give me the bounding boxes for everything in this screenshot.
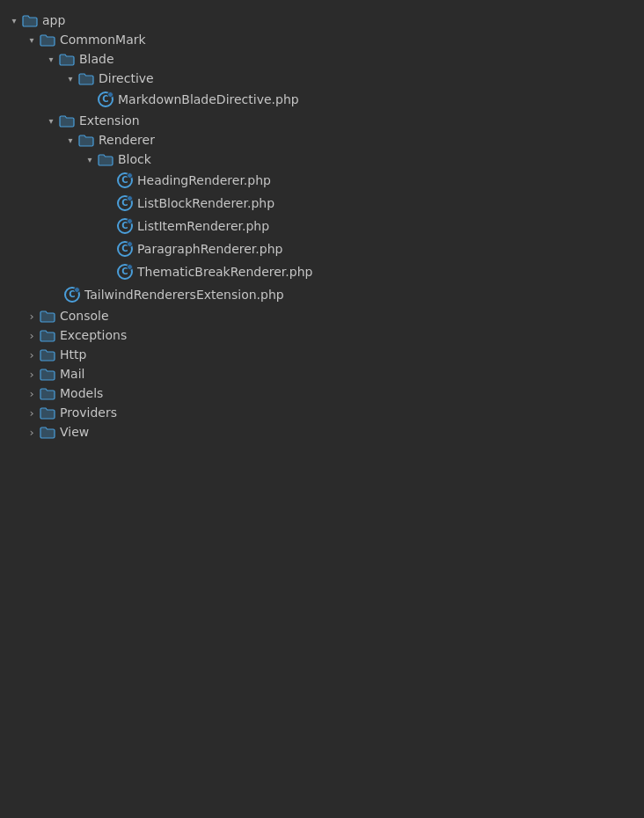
tree-item-models[interactable]: Models [0,383,644,403]
exceptions-label: Exceptions [60,328,127,342]
chevron-view [25,425,39,439]
chevron-blade [44,52,58,66]
listblockrenderer-label: ListBlockRenderer.php [137,196,274,210]
folder-icon-providers [39,405,56,420]
folder-icon-exceptions [39,328,56,342]
tree-item-view[interactable]: View [0,422,644,442]
console-label: Console [60,309,109,323]
folder-icon-http [39,347,56,362]
markdownbladedirective-label: MarkdownBladeDirective.php [118,92,299,106]
php-class-icon: C [97,91,114,108]
chevron-app [7,13,21,27]
chevron-exceptions [25,328,39,342]
renderer-label: Renderer [99,133,155,147]
mail-label: Mail [60,367,84,381]
chevron-extension [44,113,58,128]
folder-icon-directive [77,71,95,85]
block-label: Block [118,152,151,166]
file-tree: app CommonMark Blade [0,11,644,442]
tree-item-listblockrenderer[interactable]: C ListBlockRenderer.php [0,192,644,215]
http-label: Http [60,347,86,362]
tree-item-renderer[interactable]: Renderer [0,130,644,150]
tree-item-http[interactable]: Http [0,345,644,364]
folder-icon-blade [58,52,76,66]
directive-label: Directive [99,71,154,85]
commonmark-label: CommonMark [60,33,146,47]
extension-label: Extension [79,113,140,128]
tree-item-paragraphrenderer[interactable]: C ParagraphRenderer.php [0,237,644,260]
tree-item-blade[interactable]: Blade [0,49,644,69]
chevron-models [25,386,39,400]
paragraphrenderer-label: ParagraphRenderer.php [137,242,282,256]
folder-icon-mail [39,367,56,381]
thematicbreakrenderer-label: ThematicBreakRenderer.php [137,265,312,279]
chevron-renderer [63,133,77,147]
php-class-icon-listblock: C [116,194,134,212]
chevron-providers [25,405,39,420]
php-class-icon-heading: C [116,172,134,189]
folder-icon-commonmark [39,33,56,47]
models-label: Models [60,386,103,400]
tree-item-listitemrenderer[interactable]: C ListItemRenderer.php [0,215,644,237]
chevron-directive [63,71,77,85]
folder-icon-renderer [77,133,95,147]
tree-item-directive[interactable]: Directive [0,69,644,88]
php-class-icon-tailwind: C [63,286,81,303]
chevron-block [83,152,97,166]
folder-icon-app [21,13,39,27]
php-class-icon-thematicbreak: C [116,263,134,281]
chevron-http [25,347,39,362]
php-class-icon-listitem: C [116,217,134,235]
tree-item-exceptions[interactable]: Exceptions [0,325,644,345]
tree-item-thematicbreakrenderer[interactable]: C ThematicBreakRenderer.php [0,260,644,283]
folder-icon-view [39,425,56,439]
tree-item-markdownbladedirective[interactable]: C MarkdownBladeDirective.php [0,88,644,111]
tree-item-tailwindextension[interactable]: C TailwindRenderersExtension.php [0,283,644,306]
providers-label: Providers [60,405,117,420]
folder-icon-models [39,386,56,400]
folder-icon-block [97,152,114,166]
tree-item-providers[interactable]: Providers [0,403,644,422]
tree-item-mail[interactable]: Mail [0,364,644,383]
tree-item-block[interactable]: Block [0,150,644,169]
tree-item-console[interactable]: Console [0,306,644,325]
blade-label: Blade [79,52,114,66]
tailwindextension-label: TailwindRenderersExtension.php [84,288,284,302]
view-label: View [60,425,89,439]
app-label: app [42,13,65,27]
chevron-console [25,309,39,323]
chevron-commonmark [25,33,39,47]
headingrenderer-label: HeadingRenderer.php [137,173,271,187]
tree-item-app[interactable]: app [0,11,644,30]
tree-item-commonmark[interactable]: CommonMark [0,30,644,49]
listitemrenderer-label: ListItemRenderer.php [137,219,269,233]
chevron-mail [25,367,39,381]
tree-item-headingrenderer[interactable]: C HeadingRenderer.php [0,169,644,192]
app-children: CommonMark Blade [0,30,644,442]
php-class-icon-paragraph: C [116,240,134,258]
tree-item-extension[interactable]: Extension [0,111,644,130]
folder-icon-console [39,309,56,323]
folder-icon-extension [58,113,76,128]
